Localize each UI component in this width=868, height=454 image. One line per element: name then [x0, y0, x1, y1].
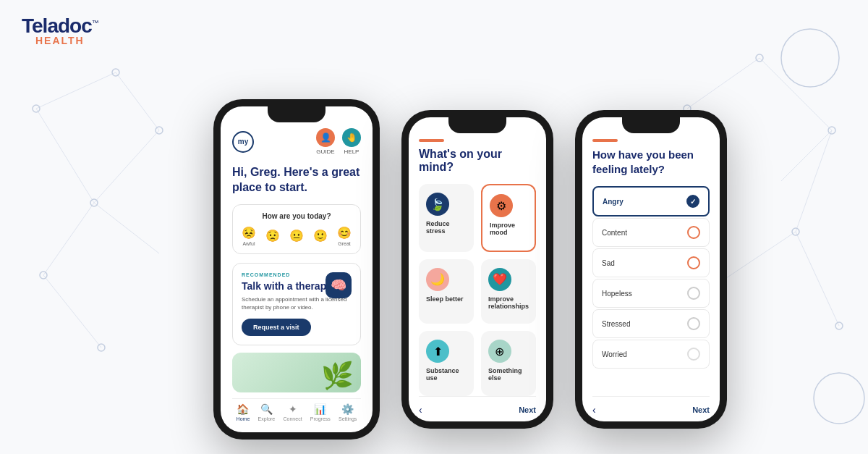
progress-label: Progress — [310, 416, 331, 421]
sleep-icon: 🌙 — [426, 268, 449, 291]
feeling-stressed-label: Stressed — [602, 320, 630, 328]
mind-item-reduce-stress[interactable]: 🍃 Reduce stress — [419, 184, 474, 252]
relationships-label: Improve relationships — [488, 295, 529, 310]
hopeless-radio — [687, 287, 700, 300]
guide-item: 👤 GUIDE — [316, 128, 335, 155]
phone-2-screen: What's on your mind? 🍃 Reduce stress ⚙ I… — [409, 117, 546, 421]
p2-back-button[interactable]: ‹ — [419, 404, 422, 416]
mind-item-relationships[interactable]: ❤️ Improve relationships — [481, 259, 536, 324]
improve-mood-label: Improve mood — [490, 222, 527, 236]
bad-emoji: 😟 — [265, 229, 280, 243]
phone-1-notch — [268, 106, 326, 122]
bottom-nav: 🏠 Home 🔍 Explore ✦ Connect 📊 Progress — [232, 398, 361, 424]
feeling-angry-label: Angry — [603, 198, 624, 206]
svg-line-1 — [43, 203, 94, 275]
settings-icon: ⚙️ — [341, 403, 354, 415]
mood-neutral[interactable]: 😐 — [289, 229, 304, 243]
great-emoji: 😊 — [337, 226, 352, 240]
nav-connect[interactable]: ✦ Connect — [284, 403, 302, 421]
home-icon: 🏠 — [237, 403, 249, 415]
settings-label: Settings — [339, 416, 357, 421]
feeling-sad[interactable]: Sad — [592, 248, 710, 277]
help-icon: 🤚 — [342, 128, 361, 147]
svg-line-2 — [43, 275, 101, 348]
great-label: Great — [338, 241, 351, 246]
sleep-label: Sleep better — [426, 295, 464, 303]
mood-card: How are you today? 😣 Awful 😟 😐 — [232, 204, 361, 254]
awful-label: Awful — [243, 241, 255, 246]
feeling-hopeless-label: Hopeless — [602, 290, 632, 298]
svg-line-0 — [36, 109, 94, 203]
greeting-text: Hi, Greg. Here's a great place to start. — [232, 165, 361, 196]
mind-item-sleep[interactable]: 🌙 Sleep better — [419, 259, 474, 324]
phone-2: What's on your mind? 🍃 Reduce stress ⚙ I… — [401, 110, 553, 429]
mood-good[interactable]: 🙂 — [313, 229, 328, 243]
feeling-list: Angry ✓ Content Sad Hopeless — [592, 186, 710, 396]
header-icons: 👤 GUIDE 🤚 HELP — [316, 128, 361, 155]
help-label: HELP — [344, 148, 359, 155]
therapist-icon: 🧠 — [326, 272, 352, 298]
search-icon: 🔍 — [260, 403, 273, 415]
relationships-icon: ❤️ — [488, 268, 511, 291]
phone-3-notch — [622, 117, 680, 133]
worried-radio — [687, 348, 700, 361]
p2-title: What's on your mind? — [419, 148, 536, 174]
nav-home[interactable]: 🏠 Home — [237, 403, 250, 421]
explore-label: Explore — [258, 416, 276, 421]
feeling-content[interactable]: Content — [592, 218, 710, 247]
neutral-emoji: 😐 — [289, 229, 304, 243]
mind-grid: 🍃 Reduce stress ⚙ Improve mood 🌙 Sleep b… — [419, 184, 536, 396]
progress-icon: 📊 — [314, 403, 326, 415]
svg-line-4 — [36, 72, 116, 109]
p3-bottom: ‹ Next — [592, 396, 710, 421]
mind-item-something-else[interactable]: ⊕ Something else — [481, 331, 536, 396]
request-visit-button[interactable]: Request a visit — [242, 319, 311, 336]
nav-explore[interactable]: 🔍 Explore — [258, 403, 276, 421]
mood-awful[interactable]: 😣 Awful — [242, 226, 256, 246]
substance-label: Substance use — [426, 367, 467, 382]
feeling-content-label: Content — [602, 229, 627, 237]
phone-2-notch — [448, 117, 506, 133]
feeling-angry[interactable]: Angry ✓ — [592, 186, 710, 217]
guide-label: GUIDE — [316, 148, 334, 155]
feeling-stressed[interactable]: Stressed — [592, 309, 710, 338]
p3-title: How have you been feeling lately? — [592, 148, 710, 176]
feeling-worried[interactable]: Worried — [592, 340, 710, 369]
connect-icon: ✦ — [289, 403, 297, 415]
content-radio — [687, 226, 700, 239]
phone-1-screen: my 👤 GUIDE 🤚 HELP Hi, Greg. Here's a gre… — [221, 106, 373, 432]
nav-settings[interactable]: ⚙️ Settings — [339, 403, 357, 421]
p2-accent-bar — [419, 139, 444, 142]
angry-radio: ✓ — [686, 195, 699, 208]
awful-emoji: 😣 — [242, 226, 256, 240]
phone-1: my 👤 GUIDE 🤚 HELP Hi, Greg. Here's a gre… — [213, 99, 380, 440]
p2-bottom: ‹ Next — [419, 396, 536, 421]
recommended-card: 🧠 RECOMMENDED Talk with a therapist Sche… — [232, 263, 361, 345]
mind-item-improve-mood[interactable]: ⚙ Improve mood — [481, 184, 536, 252]
p3-accent-bar — [592, 139, 618, 142]
feeling-hopeless[interactable]: Hopeless — [592, 279, 710, 308]
mind-item-substance[interactable]: ⬆ Substance use — [419, 331, 474, 396]
good-emoji: 🙂 — [313, 229, 328, 243]
my-badge: my — [232, 131, 254, 153]
something-else-icon: ⊕ — [488, 340, 511, 363]
phone3-content: How have you been feeling lately? Angry … — [582, 117, 720, 421]
feeling-worried-label: Worried — [602, 350, 627, 358]
p3-next-button[interactable]: Next — [692, 405, 710, 414]
nav-progress[interactable]: 📊 Progress — [310, 403, 331, 421]
connect-label: Connect — [284, 416, 302, 421]
guide-avatar: 👤 — [316, 128, 335, 147]
mood-great[interactable]: 😊 Great — [337, 226, 352, 246]
p2-next-button[interactable]: Next — [519, 405, 536, 414]
mood-title: How are you today? — [242, 212, 352, 220]
help-item: 🤚 HELP — [342, 128, 361, 155]
mood-bad[interactable]: 😟 — [265, 229, 280, 243]
home-label: Home — [237, 416, 250, 421]
phone-3: How have you been feeling lately? Angry … — [575, 110, 727, 429]
p3-back-button[interactable]: ‹ — [592, 404, 596, 416]
phones-container: my 👤 GUIDE 🤚 HELP Hi, Greg. Here's a gre… — [109, 43, 832, 440]
phone-3-screen: How have you been feeling lately? Angry … — [582, 117, 720, 421]
logo-header: Teladoc™ HEALTH — [22, 14, 98, 46]
feeling-sad-label: Sad — [602, 259, 615, 267]
sad-radio — [687, 256, 700, 269]
